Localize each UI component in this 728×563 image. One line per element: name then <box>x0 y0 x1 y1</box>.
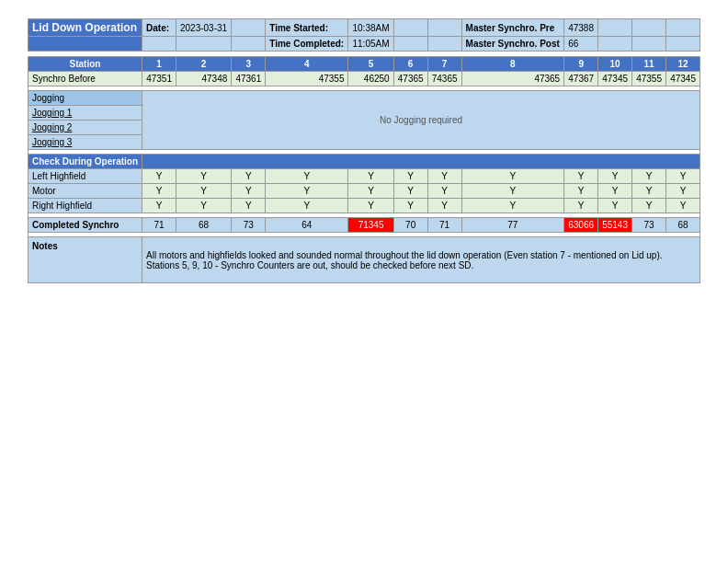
cs-9: 63066 <box>564 218 598 233</box>
station-8-header: 8 <box>461 57 564 72</box>
empty11 <box>427 37 461 52</box>
time-completed-value: 11:05AM <box>348 37 393 52</box>
title-cell: Lid Down Operation <box>28 19 142 37</box>
cs-5: 71345 <box>348 218 393 233</box>
time-completed-label: Time Completed: <box>266 37 348 52</box>
rh-12: Y <box>666 199 700 213</box>
cs-4: 64 <box>266 218 348 233</box>
time-started-label: Time Started: <box>266 19 348 37</box>
synchro-before-8: 47365 <box>461 72 564 86</box>
motor-8: Y <box>461 184 564 199</box>
master-pre-value: 47388 <box>564 19 598 37</box>
empty6 <box>666 19 700 37</box>
lh-11: Y <box>632 169 666 184</box>
station-1-header: 1 <box>142 57 176 72</box>
right-highfield-label: Right Highfield <box>28 199 142 213</box>
synchro-before-2: 47348 <box>176 72 231 86</box>
cs-1: 71 <box>142 218 176 233</box>
rh-9: Y <box>564 199 598 213</box>
time-started-value: 10:38AM <box>348 19 393 37</box>
check-during-label: Check During Operation <box>28 155 142 169</box>
lh-5: Y <box>348 169 393 184</box>
synchro-before-7: 74365 <box>427 72 461 86</box>
empty10 <box>393 37 427 52</box>
notes-label: Notes <box>28 237 142 283</box>
master-post-label: Master Synchro. Post <box>461 37 564 52</box>
notes-content: All motors and highfields looked and sou… <box>142 237 700 283</box>
station-5-header: 5 <box>348 57 393 72</box>
check-during-spacer <box>142 155 700 169</box>
cs-6: 70 <box>393 218 427 233</box>
station-3-header: 3 <box>232 57 266 72</box>
lh-12: Y <box>666 169 700 184</box>
station-6-header: 6 <box>393 57 427 72</box>
synchro-before-5: 46250 <box>348 72 393 86</box>
date-label-cell: Date: <box>142 19 176 37</box>
master-post-value: 66 <box>564 37 598 52</box>
no-jogging-cell: No Jogging required <box>142 91 700 150</box>
lh-4: Y <box>266 169 348 184</box>
station-2-header: 2 <box>176 57 231 72</box>
left-highfield-label: Left Highfield <box>28 169 142 184</box>
motor-3: Y <box>232 184 266 199</box>
synchro-before-1: 47351 <box>142 72 176 86</box>
page-container: Lid Down Operation Date: 2023-03-31 Time… <box>0 0 728 302</box>
station-7-header: 7 <box>427 57 461 72</box>
empty4 <box>598 19 632 37</box>
motor-2: Y <box>176 184 231 199</box>
empty9 <box>232 37 266 52</box>
lh-1: Y <box>142 169 176 184</box>
master-pre-label: Master Synchro. Pre <box>461 19 564 37</box>
rh-1: Y <box>142 199 176 213</box>
station-10-header: 10 <box>598 57 632 72</box>
empty3 <box>427 19 461 37</box>
motor-10: Y <box>598 184 632 199</box>
cs-3: 73 <box>232 218 266 233</box>
empty8 <box>176 37 231 52</box>
rh-7: Y <box>427 199 461 213</box>
lh-9: Y <box>564 169 598 184</box>
rh-5: Y <box>348 199 393 213</box>
motor-1: Y <box>142 184 176 199</box>
lh-7: Y <box>427 169 461 184</box>
lh-3: Y <box>232 169 266 184</box>
rh-10: Y <box>598 199 632 213</box>
empty13 <box>632 37 666 52</box>
rh-3: Y <box>232 199 266 213</box>
rh-11: Y <box>632 199 666 213</box>
date-value-cell: 2023-03-31 <box>176 19 231 37</box>
station-4-header: 4 <box>266 57 348 72</box>
rh-4: Y <box>266 199 348 213</box>
cs-12: 68 <box>666 218 700 233</box>
empty5 <box>632 19 666 37</box>
lh-8: Y <box>461 169 564 184</box>
completed-synchro-label: Completed Synchro <box>28 218 142 233</box>
empty12 <box>598 37 632 52</box>
synchro-before-label: Synchro Before <box>28 72 142 86</box>
motor-11: Y <box>632 184 666 199</box>
empty2 <box>393 19 427 37</box>
cs-11: 73 <box>632 218 666 233</box>
synchro-before-4: 47355 <box>266 72 348 86</box>
empty1 <box>232 19 266 37</box>
jogging-1-label: Jogging 1 <box>28 106 142 121</box>
lh-2: Y <box>176 169 231 184</box>
rh-6: Y <box>393 199 427 213</box>
motor-12: Y <box>666 184 700 199</box>
cs-10: 55143 <box>598 218 632 233</box>
synchro-before-6: 47365 <box>393 72 427 86</box>
cs-2: 68 <box>176 218 231 233</box>
main-table: Lid Down Operation Date: 2023-03-31 Time… <box>28 18 700 283</box>
station-header-label: Station <box>28 57 142 72</box>
title-spacer <box>28 37 142 52</box>
synchro-before-12: 47345 <box>666 72 700 86</box>
station-11-header: 11 <box>632 57 666 72</box>
jogging-2-label: Jogging 2 <box>28 121 142 135</box>
motor-5: Y <box>348 184 393 199</box>
synchro-before-11: 47355 <box>632 72 666 86</box>
motor-7: Y <box>427 184 461 199</box>
empty7 <box>142 37 176 52</box>
lh-10: Y <box>598 169 632 184</box>
motor-6: Y <box>393 184 427 199</box>
station-9-header: 9 <box>564 57 598 72</box>
